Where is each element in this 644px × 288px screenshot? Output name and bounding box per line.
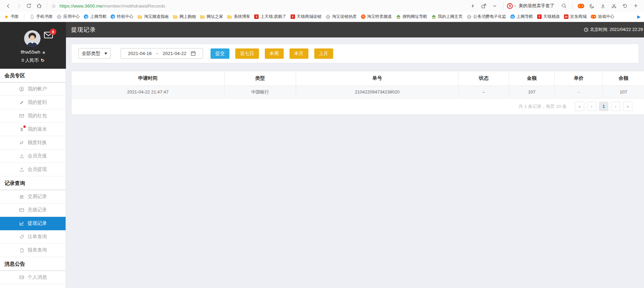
bookmark-item[interactable]: 2345 搜狗网址导航 [395, 13, 428, 20]
sidebar-item-red-packet[interactable]: 我的红包 [0, 109, 66, 123]
sidebar-item-label: 交易记录 [28, 193, 47, 200]
bookmark-item[interactable]: T 天猫精选 [536, 13, 561, 20]
sidebar-item-report-query[interactable]: 报表查询 [0, 244, 66, 257]
sidebar-item-label: 报表查询 [28, 247, 47, 253]
bookmark-item[interactable]: Q 上网导航 [510, 13, 534, 20]
address-bar[interactable]: ☆ https://www.3600.me/member/#/withdrawa… [51, 3, 467, 9]
chevron-down-icon[interactable] [490, 1, 500, 10]
sogou-caret-icon[interactable]: ▾ [515, 4, 516, 8]
table-row: 2021-04-22 21:47:47 中国银行 210422094734238… [71, 86, 644, 98]
username-row: ffhw55wh◆ [0, 49, 66, 55]
bookmark-label: 游戏中心 [598, 14, 614, 20]
night-mode-moon-icon[interactable] [587, 1, 597, 10]
game-center-icon[interactable] [576, 1, 586, 10]
sidebar-item-quota-transfer[interactable]: 额度转换 [0, 136, 66, 149]
inbox-button[interactable]: 0 [44, 32, 53, 40]
search-icon[interactable] [559, 1, 569, 10]
extension-lightning-icon[interactable] [468, 1, 478, 10]
sogou-logo-icon[interactable]: S [507, 3, 513, 9]
sidebar-item-personal-messages[interactable]: 个人消息 [0, 271, 66, 284]
bookmark-item[interactable]: Q 特权中心 [110, 13, 134, 20]
profile-panel: 0 ffhw55wh◆ 0 人民币↻ [0, 22, 66, 69]
avatar[interactable] [24, 30, 41, 47]
quick-range-7days-button[interactable]: 近七日 [235, 48, 259, 59]
sidebar-item-withdrawal-records[interactable]: 提现记录 [0, 217, 66, 230]
forward-icon[interactable] [14, 1, 23, 10]
pagination-page-1-button[interactable]: 1 [599, 102, 608, 111]
sidebar-item-deposit[interactable]: 会员充值 [0, 149, 66, 163]
globe-icon [57, 14, 61, 19]
bookmark-item[interactable]: Q 上网导航 [83, 13, 107, 20]
share-icon[interactable] [479, 1, 489, 10]
sidebar-item-withdraw[interactable]: 会员提现 [0, 163, 66, 176]
gamepad-icon [591, 15, 596, 19]
bookmark-item[interactable]: JD 京东商城 [563, 13, 587, 20]
cell-unit-price: - [555, 86, 603, 98]
bookmark-item[interactable]: 淘宝促销热卖 [325, 13, 358, 20]
star-icon: ★ [4, 14, 9, 20]
sidebar-item-my-account[interactable]: 我的帐户 [0, 82, 66, 96]
bookmark-item[interactable]: 系统博客 [226, 13, 251, 20]
folder-icon [173, 15, 178, 19]
pagination-last-button[interactable]: » [623, 102, 632, 111]
submit-button[interactable]: 提交 [211, 48, 229, 59]
bookmark-item[interactable]: 公务消费电子化监 [466, 13, 507, 20]
app-frame: 0 ffhw55wh◆ 0 人民币↻ 会员专区 我的帐户 我的签到 我的红包 $… [0, 22, 644, 288]
avatar-image [24, 30, 41, 47]
browser-toolbar: ☆ https://www.3600.me/member/#/withdrawa… [0, 0, 644, 12]
pagination-next-button[interactable]: › [611, 102, 620, 111]
home-icon[interactable] [34, 1, 44, 10]
sidebar-item-my-checkin[interactable]: 我的签到 [0, 96, 66, 109]
bookmark-star-icon[interactable]: ☆ [51, 3, 56, 9]
back-icon[interactable] [3, 1, 13, 10]
url-text[interactable]: https://www.3600.me/member/#/withdrawalR… [59, 3, 165, 9]
bookmark-label: 系统博客 [234, 14, 250, 20]
globe-icon [467, 14, 472, 19]
date-range-input[interactable]: 2021-04-16 ~ 2021-04-22 [121, 48, 203, 59]
refresh-balance-icon[interactable]: ↻ [41, 58, 44, 63]
quick-range-this-month-button[interactable]: 本月 [290, 48, 308, 59]
sidebar-item-rebate[interactable]: $ 我的返水 [0, 123, 66, 136]
bookmark-item[interactable]: 淘 淘宝特卖频道 [360, 13, 393, 20]
bookmarks-overflow-icon[interactable]: ▶ [637, 14, 641, 19]
bookmark-item[interactable]: 网址之家 [199, 13, 224, 20]
report-file-icon [19, 248, 25, 253]
folder-icon [137, 15, 142, 19]
taobao-icon: 淘 [361, 14, 365, 19]
sidebar-item-transaction-records[interactable]: 交易记录 [0, 190, 66, 203]
col-status: 状态 [459, 71, 509, 86]
bookmark-item[interactable]: 游戏中心 [590, 13, 615, 20]
quick-range-last-month-button[interactable]: 上月 [314, 48, 333, 59]
sidebar-item-label: 注单查询 [28, 234, 47, 240]
filter-panel: 全部类型 2021-04-16 ~ 2021-04-22 提交 近七日 本周 本… [71, 44, 639, 63]
type-select[interactable]: 全部类型 [78, 48, 111, 59]
search-hotword[interactable]: 美的居然卖手套了 [519, 3, 554, 9]
bookmark-label: 上网导航 [517, 14, 533, 20]
quick-range-this-week-button[interactable]: 本周 [265, 48, 284, 59]
new-tab-plus-icon[interactable]: + [631, 1, 641, 10]
sidebar-item-bet-query[interactable]: 注单查询 [0, 230, 66, 244]
cell-status: -- [459, 86, 509, 98]
beijing-time-text: 北京时间: 2021/04/22 22:29 [590, 27, 643, 33]
pagination-first-button[interactable]: « [575, 102, 584, 111]
cell-type: 中国银行 [224, 86, 296, 98]
sogou-nav-icon: Q [510, 14, 515, 19]
id-card-icon [19, 275, 25, 280]
tag-icon [19, 234, 25, 239]
bookmark-item[interactable]: 淘宝频道指南 [137, 13, 169, 20]
bookmark-item[interactable]: 应用中心 [56, 13, 80, 20]
download-icon[interactable] [598, 1, 608, 10]
bookmark-item[interactable]: 网上购物 [172, 13, 196, 20]
bookmarks-root[interactable]: ★ 书签 [3, 13, 19, 21]
undo-history-icon[interactable] [620, 1, 630, 10]
bookmark-item[interactable]: 手机书签 [29, 13, 53, 20]
bookmark-item[interactable]: 2345 我的上网主页 [431, 13, 463, 20]
sidebar-item-deposit-records[interactable]: 充值记录 [0, 203, 66, 217]
bookmark-item[interactable]: T 上天猫,就购了 [253, 13, 287, 20]
pagination-prev-button[interactable]: ‹ [587, 102, 596, 111]
screenshot-scissors-icon[interactable] [609, 1, 619, 10]
clock-icon [584, 27, 588, 32]
date-from: 2021-04-16 [128, 51, 151, 56]
refresh-icon[interactable] [24, 1, 34, 10]
bookmark-item[interactable]: T 天猫商城促销 [290, 13, 322, 20]
